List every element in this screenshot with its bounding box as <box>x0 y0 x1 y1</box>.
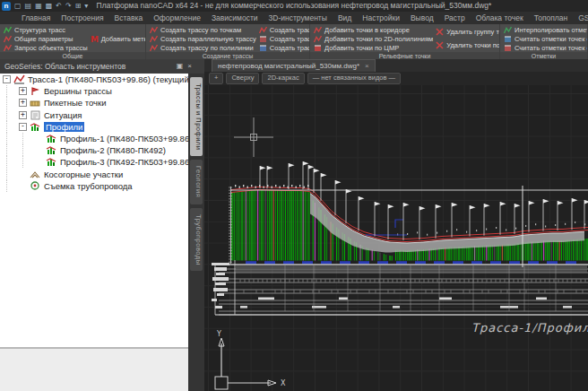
ribbon-button-query-trace-object[interactable]: Запрос объекта трассы <box>4 43 88 52</box>
ribbon-button-create-trace-by-points[interactable]: Создать трассу по точкам <box>150 25 256 34</box>
viewport-control-bar: +Сверху2D-каркас— нет связанных видов — <box>204 72 588 85</box>
ribbon-group-создание-трассы: Создать трассу по точкамСоздать параллел… <box>146 24 310 59</box>
tree-item-label: Косогорные участки <box>44 169 123 179</box>
document-tab[interactable]: нефтепровод магистральный_530мм.dwg* × <box>212 59 376 72</box>
palette-tab-трассы-и-профили[interactable]: Трассы и Профили <box>190 77 203 156</box>
palette-tab-геология[interactable]: Геология <box>190 160 203 204</box>
create-trace-by-points-icon <box>150 26 158 34</box>
tree-item[interactable]: +Вершины трассы <box>0 85 188 97</box>
ribbon-tab-топоплан[interactable]: Топоплан <box>529 12 574 24</box>
interpolate-point-marks-icon <box>504 26 512 34</box>
tree-item[interactable]: +Ситуация <box>0 109 188 121</box>
tree-item[interactable]: +Пикетные точки <box>0 97 188 109</box>
ribbon-tab-bar: ГлавнаяПостроенияВставкаОформлениеЗависи… <box>0 12 588 24</box>
ribbon-button-add-points-by-dem[interactable]: Добавить точки по ЦМР <box>314 43 433 52</box>
ribbon-button-label: Создать трассу из БД проекта <box>270 35 310 43</box>
ribbon-button-add-points-by-2d-polylines[interactable]: Добавить точки по 2D-полилиниям <box>314 34 433 43</box>
ribbon-button-delete-points-group[interactable]: Удалить группу точек <box>436 28 500 37</box>
save-icon[interactable]: ▦ <box>35 0 42 12</box>
tree-item[interactable]: Профиль-1 (ПК480-ПК503+99.86) <box>0 133 188 144</box>
ribbon-button-add-points-in-corridor[interactable]: Добавить точки в коридоре <box>314 25 433 34</box>
ribbon-button-label: Общие параметры <box>14 35 73 43</box>
tree-item[interactable]: -Профили <box>0 121 188 133</box>
print-icon[interactable]: ⊞ <box>75 0 82 12</box>
collapse-icon[interactable]: - <box>3 75 11 83</box>
ribbon-button-trace-structure[interactable]: Структура трасс <box>4 25 88 34</box>
ribbon: Структура трассОбщие параметрыЗапрос объ… <box>0 24 588 59</box>
visual-style-button[interactable]: 2D-каркас <box>262 73 304 84</box>
trace-icon <box>13 74 25 84</box>
tree-item[interactable]: Профиль-2 (ПК480-ПК492) <box>0 144 188 156</box>
tree-item[interactable]: Профиль-3 (ПК492-ПК503+99.86) <box>0 156 188 168</box>
ribbon-button-create-trace-by-profile-line[interactable]: Создать трассу по линии профиля <box>259 25 310 34</box>
ribbon-button-common-parameters[interactable]: Общие параметры <box>4 34 88 43</box>
nanocad-logo[interactable]: n <box>2 2 11 11</box>
ribbon-tab-зависимости[interactable]: Зависимости <box>206 12 264 24</box>
collapse-icon[interactable]: - <box>19 123 27 131</box>
pin-icon[interactable]: ▣ <box>177 59 184 74</box>
ribbon-button-create-trace-from-db[interactable]: Создать трассу из БД проекта <box>259 34 310 43</box>
linked-views-button[interactable]: — нет связанных видов — <box>307 73 401 84</box>
ribbon-button-read-point-marks-dem-auto[interactable]: Считать отметки точек с ЦМР авт <box>504 43 588 52</box>
ribbon-button-label: Добавить точки по ЦМР <box>324 44 399 52</box>
query-trace-object-icon <box>4 44 12 52</box>
new-viewport-button[interactable]: + <box>209 73 223 84</box>
tree-item[interactable]: Косогорные участки <box>0 169 188 180</box>
profile-title-label: Трасса-1/Профиль-1 <box>471 321 588 335</box>
tree-item[interactable]: -Трасса-1 (ПК480-ПК503+99.86) (текущий в… <box>0 74 188 85</box>
ribbon-button-create-trace-by-polyline[interactable]: Создать трассу по полилинии <box>150 43 256 52</box>
ribbon-tab-вставка[interactable]: Вставка <box>109 12 149 24</box>
view-direction-button[interactable]: Сверху <box>226 73 259 84</box>
ribbon-button-create-trace-from-xml[interactable]: Создать трассу из XML-файла <box>259 43 310 52</box>
axis-label-x: X <box>281 379 286 387</box>
ribbon-button-interpolate-point-marks[interactable]: Интерполировать отметки точек <box>504 25 588 34</box>
ribbon-button-delete-points-by-criteria[interactable]: Удалить точки по критериям <box>436 41 500 50</box>
situation-icon <box>30 110 41 120</box>
tree-item-label: Профили <box>44 122 84 132</box>
ribbon-tab-растр[interactable]: Растр <box>439 12 471 24</box>
tool-palette-header[interactable]: GeoSeries: Область инструментов ▣ × <box>0 59 204 74</box>
undo-icon[interactable]: ↶ <box>56 0 62 12</box>
pipeline-survey-icon <box>30 181 41 191</box>
ribbon-button-add-trace-name-label[interactable]: MДобавить метку Имя трассы <box>91 34 146 43</box>
svg-text:M: M <box>91 35 99 43</box>
palette-tab-трубопроводы[interactable]: Трубопроводы <box>190 208 203 272</box>
ribbon-tab-главная[interactable]: Главная <box>16 12 56 24</box>
ribbon-tab-оформление[interactable]: Оформление <box>148 12 206 24</box>
create-trace-from-xml-icon <box>259 44 267 52</box>
ribbon-button-label: Добавить метку Имя трассы <box>101 35 146 43</box>
document-tab-label: нефтепровод магистральный_530мм.dwg* <box>218 60 359 72</box>
add-points-by-dem-icon <box>314 44 322 52</box>
drawing-canvas[interactable]: Трасса-1/Профиль-1YX <box>204 85 588 391</box>
ribbon-button-read-point-marks-dem[interactable]: Считать отметки точек с ЦМР <box>504 34 588 43</box>
ribbon-tab-построения[interactable]: Построения <box>56 12 108 24</box>
tree-item[interactable]: Съемка трубопровода <box>0 180 188 192</box>
ribbon-tab-вывод[interactable]: Вывод <box>405 12 439 24</box>
tree-item-label: Ситуация <box>44 110 82 120</box>
new-file-icon[interactable]: ▢ <box>14 0 22 12</box>
expand-icon[interactable]: + <box>19 87 27 95</box>
trace-structure-icon <box>4 26 12 34</box>
redo-icon[interactable]: ↷ <box>65 0 72 12</box>
ribbon-button-create-parallel-trace[interactable]: Создать параллельную трассу <box>150 34 256 43</box>
ribbon-button-label: Считать отметки точек с ЦМР авт <box>514 44 588 52</box>
ribbon-tab-вид[interactable]: Вид <box>333 12 357 24</box>
profiles-icon <box>30 122 41 132</box>
save-all-icon[interactable]: ▩ <box>46 0 53 12</box>
ribbon-tab-3d-инструменты[interactable]: 3D-инструменты <box>264 12 333 24</box>
ribbon-group-общие: Структура трассОбщие параметрыЗапрос объ… <box>0 24 146 59</box>
close-tab-icon[interactable]: × <box>365 60 369 72</box>
document-tab-bar: нефтепровод магистральный_530мм.dwg* × <box>204 59 588 72</box>
ribbon-tab-облака-точек[interactable]: Облака точек <box>471 12 529 24</box>
ribbon-tab-настройки[interactable]: Настройки <box>357 12 405 24</box>
open-file-icon[interactable]: ▤ <box>25 0 32 12</box>
menu-caret-icon[interactable]: ▾ <box>84 0 88 12</box>
ribbon-button-label: Добавить точки по 2D-полилиниям <box>324 35 433 43</box>
add-points-in-corridor-icon <box>314 26 322 34</box>
tree-item-label: Профиль-1 (ПК480-ПК503+99.86) <box>60 134 188 143</box>
create-parallel-trace-icon <box>150 35 158 43</box>
expand-icon[interactable]: + <box>19 99 27 107</box>
expand-icon[interactable]: + <box>19 111 27 119</box>
ribbon-tab-gs-common[interactable]: GS_Common <box>573 12 588 24</box>
close-icon[interactable]: × <box>187 59 192 74</box>
